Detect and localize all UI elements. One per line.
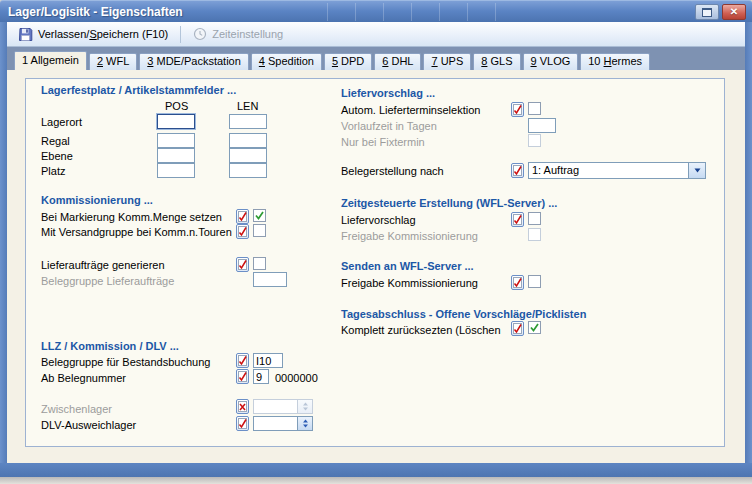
label-autom-lieferterminselektion: Autom. Lieferterminselektion (341, 104, 480, 116)
page-check-icon (513, 165, 522, 176)
apply-button-komm-menge[interactable] (236, 209, 249, 224)
label-lagerort: Lagerort (41, 116, 82, 128)
checkbox-versandgruppe-touren[interactable] (253, 224, 266, 237)
beleggruppe-lieferauftraege-input[interactable] (253, 272, 287, 287)
check-icon (255, 211, 264, 220)
titlebar[interactable]: Lager/Logisitk - Eigenschaften ✕ (0, 0, 752, 23)
belegerstellung-selected-value: 1: Auftrag (529, 163, 688, 178)
label-nur-bei-fixtermin: Nur bei Fixtermin (341, 136, 425, 148)
apply-button-timed-liefervorschlag[interactable] (511, 212, 524, 227)
apply-button-beleggruppe[interactable] (236, 353, 249, 368)
tab-gls[interactable]: 8 GLS (473, 53, 520, 70)
page-check-icon (238, 355, 247, 366)
belegnummer-suffix: 0000000 (275, 372, 318, 384)
window-shadow (0, 477, 752, 484)
section-heading-llz: LLZ / Kommission / DLV ... (41, 340, 179, 352)
blocked-button-zwischenlager[interactable] (236, 399, 249, 414)
apply-button-lieferauftraege[interactable] (236, 257, 249, 272)
page-check-icon (513, 323, 522, 334)
toolbar-separator (180, 26, 181, 43)
page-x-icon (238, 401, 247, 412)
label-timed-freigabe-komm: Freigabe Kommissionierung (341, 230, 478, 242)
check-icon (530, 323, 539, 332)
checkbox-send-freigabe-komm[interactable] (528, 275, 541, 288)
apply-button-belegerstellung[interactable] (511, 163, 524, 178)
page-check-icon (513, 277, 522, 288)
apply-button-send-freigabe[interactable] (511, 275, 524, 290)
tab-dhl[interactable]: 6 DHL (374, 53, 421, 70)
maximize-icon (702, 8, 712, 17)
label-zwischenlager: Zwischenlager (41, 403, 112, 415)
section-heading-lagerfestplatz: Lagerfestplatz / Artikelstammfelder ... (41, 84, 236, 96)
ebene-len-input[interactable] (229, 148, 267, 163)
page-check-icon (513, 214, 522, 225)
ebene-pos-input[interactable] (157, 148, 195, 163)
titlebar-grip (300, 3, 510, 21)
close-icon: ✕ (730, 7, 738, 17)
save-exit-label: Verlassen/Speichern (F10) (38, 28, 168, 40)
save-icon (18, 27, 33, 42)
belegerstellung-select[interactable]: 1: Auftrag (528, 162, 706, 179)
checkbox-timed-liefervorschlag[interactable] (528, 212, 541, 225)
label-lieferauftraege-generieren: Lieferaufträge generieren (41, 259, 165, 271)
time-settings-button: Zeiteinstellung (187, 25, 289, 43)
beleggruppe-bestandsbuchung-input[interactable] (253, 353, 283, 368)
section-heading-zeitgesteuert: Zeitgesteuerte Erstellung (WFL-Server) .… (341, 197, 557, 209)
tab-allgemein[interactable]: 1 Allgemein (14, 51, 87, 70)
dropdown-button[interactable] (688, 163, 705, 178)
apply-button-dlv[interactable] (236, 416, 249, 431)
checkbox-komm-menge-setzen[interactable] (253, 209, 266, 222)
checkbox-autom-lieferterminselektion[interactable] (528, 102, 541, 115)
lagerort-len-input[interactable] (229, 114, 267, 129)
tab-hermes[interactable]: 10 Hermes (580, 53, 650, 70)
label-ebene: Ebene (41, 150, 73, 162)
dlv-ausweichlager-spinner[interactable] (253, 416, 313, 431)
column-header-pos: POS (165, 100, 188, 112)
chevron-down-icon (694, 168, 701, 173)
label-komplett-zuruecksetzen: Komplett zurücksezten (Löschen (341, 324, 501, 336)
apply-button-belegnummer[interactable] (236, 369, 249, 384)
tab-mde-packstation[interactable]: 3 MDE/Packstation (139, 53, 249, 70)
label-ab-belegnummer: Ab Belegnummer (41, 372, 126, 384)
page-check-icon (238, 211, 247, 222)
label-beleggruppe-bestandsbuchung: Beleggruppe für Bestandsbuchung (41, 356, 210, 368)
apply-button-versandgruppe[interactable] (236, 224, 249, 239)
checkbox-lieferauftraege-generieren[interactable] (253, 257, 266, 270)
tab-dpd[interactable]: 5 DPD (324, 53, 372, 70)
section-heading-senden-wfl: Senden an WFL-Server ... (341, 260, 474, 272)
tab-wfl[interactable]: 2 WFL (89, 53, 137, 70)
spinner-arrows-icon[interactable] (297, 417, 312, 430)
toolbar: Verlassen/Speichern (F10) Zeiteinstellun… (7, 22, 745, 47)
regal-len-input[interactable] (229, 133, 267, 148)
label-regal: Regal (41, 135, 70, 147)
page-check-icon (513, 104, 522, 115)
checkbox-nur-bei-fixtermin (528, 134, 541, 147)
column-header-len: LEN (237, 100, 258, 112)
label-versandgruppe-touren: Mit Versandgruppe bei Komm.n.Touren (41, 226, 232, 238)
save-exit-button[interactable]: Verlassen/Speichern (F10) (12, 25, 174, 44)
window-frame-right (745, 22, 752, 477)
checkbox-komplett-zuruecksetzen[interactable] (528, 321, 541, 334)
label-dlv-ausweichlager: DLV-Ausweichlager (41, 419, 136, 431)
tab-spedition[interactable]: 4 Spedition (251, 53, 322, 70)
tab-ups[interactable]: 7 UPS (423, 53, 471, 70)
tab-vlog[interactable]: 9 VLOG (523, 53, 579, 70)
lagerort-pos-input[interactable] (157, 114, 195, 129)
section-heading-kommissionierung: Kommissionierung ... (41, 194, 153, 206)
section-heading-liefervorschlag: Liefervorschlag ... (341, 87, 435, 99)
apply-button-zuruecksetzen[interactable] (511, 321, 524, 336)
platz-pos-input[interactable] (157, 163, 195, 178)
platz-len-input[interactable] (229, 163, 267, 178)
time-settings-label: Zeiteinstellung (212, 28, 283, 40)
vorlaufzeit-input[interactable] (528, 118, 556, 133)
close-button[interactable]: ✕ (722, 4, 746, 20)
label-beleggruppe-lieferauftraege: Beleggruppe Lieferaufträge (41, 275, 174, 287)
apply-button-terminselektion[interactable] (511, 102, 524, 117)
label-timed-liefervorschlag: Liefervorschlag (341, 214, 416, 226)
label-komm-menge-setzen: Bei Markierung Komm.Menge setzen (41, 211, 222, 223)
page-check-icon (238, 259, 247, 270)
window-frame-bottom (0, 463, 752, 477)
maximize-button[interactable] (695, 4, 719, 20)
ab-belegnummer-input[interactable] (253, 369, 269, 384)
regal-pos-input[interactable] (157, 133, 195, 148)
